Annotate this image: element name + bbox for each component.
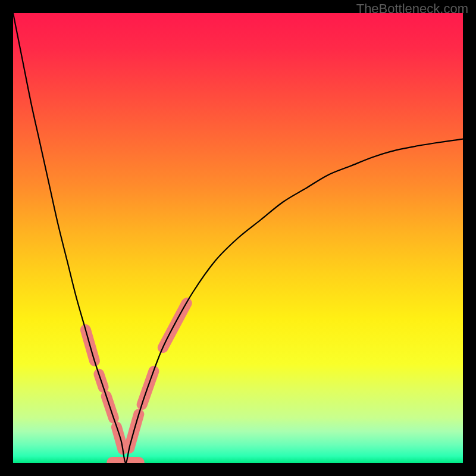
bottleneck-chart xyxy=(13,13,463,463)
chart-frame: TheBottleneck.com xyxy=(0,0,476,476)
plot-area xyxy=(13,13,463,463)
watermark-label: TheBottleneck.com xyxy=(356,1,468,17)
